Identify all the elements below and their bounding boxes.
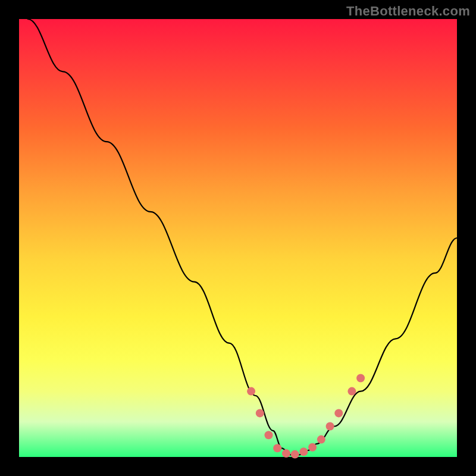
marker-point [299,447,308,456]
marker-point [247,387,255,396]
chart-frame: TheBottleneck.com [0,0,476,476]
marker-point [291,450,299,459]
marker-point [256,409,264,417]
marker-point [356,374,365,383]
marker-point [334,409,343,417]
marker-point [347,387,356,396]
marker-point [317,436,325,444]
watermark-text: TheBottleneck.com [346,4,470,19]
marker-point [265,431,273,439]
marker-point [308,443,317,452]
marker-point [326,422,334,431]
curve-layer [19,19,457,457]
marker-point [273,444,281,452]
marker-point [282,449,290,458]
plot-area [19,19,457,457]
bottleneck-curve [28,19,457,455]
